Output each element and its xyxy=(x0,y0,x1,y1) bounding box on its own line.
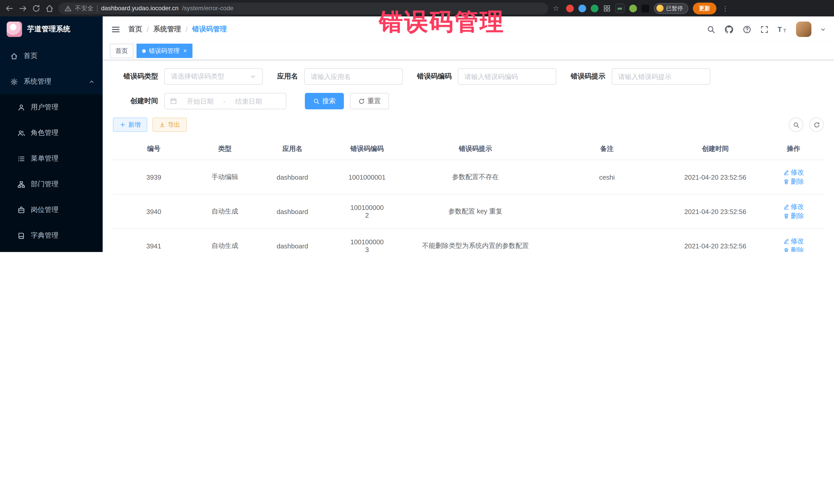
search-icon xyxy=(313,98,320,105)
profile-paused-badge[interactable]: 已暂停 xyxy=(654,3,688,14)
sidebar: 芋道管理系统 首页 系统管理 用户管理 角色管理 菜单管理 部门管理 岗位管理 … xyxy=(0,17,103,252)
table-toolbar: 新增 导出 xyxy=(113,117,824,132)
browser-menu-icon[interactable]: ⋮ xyxy=(721,5,729,12)
cell-create-time: 2021-04-20 23:52:56 xyxy=(667,160,764,194)
column-header: 应用名 xyxy=(255,138,330,160)
browser-back-button[interactable] xyxy=(5,4,14,13)
sidebar-item[interactable]: 角色管理 xyxy=(0,120,103,146)
delete-link-label: 删除 xyxy=(791,177,804,186)
breadcrumb-item[interactable]: 系统管理 xyxy=(153,25,181,34)
tab[interactable]: 首页 xyxy=(110,44,133,58)
cell-app: dashboard xyxy=(255,194,330,229)
filter-type-select[interactable]: 请选择错误码类型 xyxy=(164,68,263,85)
tab-label: 错误码管理 xyxy=(149,46,180,55)
tags-view-bar: 首页 错误码管理 × xyxy=(103,42,834,60)
reset-button-label: 重置 xyxy=(368,96,381,106)
browser-forward-button[interactable] xyxy=(19,4,27,13)
sidebar-menu: 首页 系统管理 用户管理 角色管理 菜单管理 部门管理 岗位管理 字典管理 通知… xyxy=(0,42,103,252)
delete-link[interactable]: 删除 xyxy=(783,212,804,221)
edit-link[interactable]: 修改 xyxy=(783,202,804,212)
extension-icon[interactable] xyxy=(578,4,586,12)
extension-icon[interactable]: on xyxy=(615,4,624,13)
edit-link[interactable]: 修改 xyxy=(783,168,804,177)
menu-icon xyxy=(18,155,25,162)
add-button[interactable]: 新增 xyxy=(113,117,147,132)
table-header-row: 编号类型应用名错误码编码错误码提示备注创建时间操作 xyxy=(113,138,824,160)
edit-icon xyxy=(783,238,789,244)
cell-remark: ceshi xyxy=(547,160,667,194)
security-warning-icon[interactable] xyxy=(65,5,71,12)
menu-icon xyxy=(18,180,25,188)
delete-link[interactable]: 删除 xyxy=(783,177,804,186)
security-label: 不安全 xyxy=(75,4,93,13)
edit-link[interactable]: 修改 xyxy=(783,237,804,246)
refresh-table-button[interactable] xyxy=(809,117,824,132)
end-date-input[interactable] xyxy=(228,97,269,106)
user-avatar[interactable] xyxy=(796,22,811,37)
delete-icon xyxy=(783,213,789,219)
extension-icon[interactable] xyxy=(641,4,649,12)
sidebar-item[interactable]: 系统管理 xyxy=(0,69,103,94)
delete-link[interactable]: 删除 xyxy=(783,246,804,252)
filter-daterange[interactable]: - xyxy=(164,93,286,109)
sidebar-item-label: 岗位管理 xyxy=(31,205,59,215)
sidebar-item[interactable]: 菜单管理 xyxy=(0,146,103,171)
url-host: dashboard.yudao.iocoder.cn xyxy=(101,5,179,12)
browser-home-button[interactable] xyxy=(45,4,54,13)
error-code-table: 编号类型应用名错误码编码错误码提示备注创建时间操作 3939 手动编辑 dash… xyxy=(113,138,824,252)
bookmark-star-icon[interactable]: ☆ xyxy=(553,5,559,12)
column-header: 类型 xyxy=(195,138,255,160)
breadcrumb-item[interactable]: 错误码管理 xyxy=(192,25,227,34)
tab-label: 首页 xyxy=(115,46,128,55)
sidebar-item[interactable]: 首页 xyxy=(0,43,103,69)
extension-icon[interactable] xyxy=(566,4,573,12)
sidebar-item-label: 角色管理 xyxy=(31,128,59,137)
avatar-caret-icon[interactable] xyxy=(820,26,826,32)
cell-actions: 修改 删除 xyxy=(763,229,824,252)
filter-msg-label: 错误码提示 xyxy=(571,72,605,81)
extension-icon[interactable] xyxy=(591,4,598,12)
fullscreen-icon[interactable] xyxy=(760,25,769,34)
svg-text:T: T xyxy=(783,28,786,33)
sidebar-toggle-button[interactable] xyxy=(111,24,120,34)
filter-msg-input[interactable] xyxy=(612,68,710,85)
search-button[interactable]: 搜索 xyxy=(305,93,344,109)
search-icon xyxy=(793,122,799,128)
filter-group-app: 应用名 xyxy=(277,68,403,85)
breadcrumb-item[interactable]: 首页 xyxy=(128,25,142,34)
filter-row-1: 错误码类型 请选择错误码类型 应用名 错误码编码 xyxy=(113,68,824,85)
reset-button[interactable]: 重置 xyxy=(350,93,389,109)
cell-code: 1001000001 xyxy=(330,160,404,194)
table-row: 3941 自动生成 dashboard 100100000 3 不能删除类型为系… xyxy=(113,229,824,252)
extensions-menu-icon[interactable] xyxy=(603,4,611,12)
export-button[interactable]: 导出 xyxy=(152,117,187,132)
browser-reload-button[interactable] xyxy=(32,4,41,13)
sidebar-item[interactable]: 岗位管理 xyxy=(0,197,103,223)
sidebar-item[interactable]: 通知公告 xyxy=(0,248,103,252)
font-size-icon[interactable]: TT xyxy=(777,24,787,34)
toggle-search-button[interactable] xyxy=(789,117,803,132)
filter-app-input[interactable] xyxy=(304,68,403,85)
sidebar-item[interactable]: 部门管理 xyxy=(0,171,103,197)
filter-code-input[interactable] xyxy=(458,68,556,85)
github-icon[interactable] xyxy=(724,24,734,34)
start-date-input[interactable] xyxy=(180,97,221,106)
edit-icon xyxy=(783,169,789,176)
cell-create-time: 2021-04-20 23:52:56 xyxy=(667,229,764,252)
cell-message: 不能删除类型为系统内置的参数配置 xyxy=(404,229,547,252)
header-search-icon[interactable] xyxy=(707,25,716,34)
menu-icon xyxy=(10,78,18,85)
cell-actions: 修改 删除 xyxy=(763,194,824,229)
column-header: 创建时间 xyxy=(667,138,764,160)
sidebar-item[interactable]: 用户管理 xyxy=(0,94,103,120)
url-path: /system/error-code xyxy=(182,5,234,12)
help-icon[interactable] xyxy=(743,25,751,34)
chevron-icon xyxy=(89,79,94,84)
app-logo[interactable]: 芋道管理系统 xyxy=(0,17,103,42)
sidebar-item[interactable]: 字典管理 xyxy=(0,223,103,248)
browser-update-button[interactable]: 更新 xyxy=(693,2,716,14)
tab-close-icon[interactable]: × xyxy=(183,48,187,54)
add-button-label: 新增 xyxy=(128,120,140,129)
tab[interactable]: 错误码管理 × xyxy=(136,44,193,58)
extension-icon[interactable] xyxy=(629,4,637,12)
